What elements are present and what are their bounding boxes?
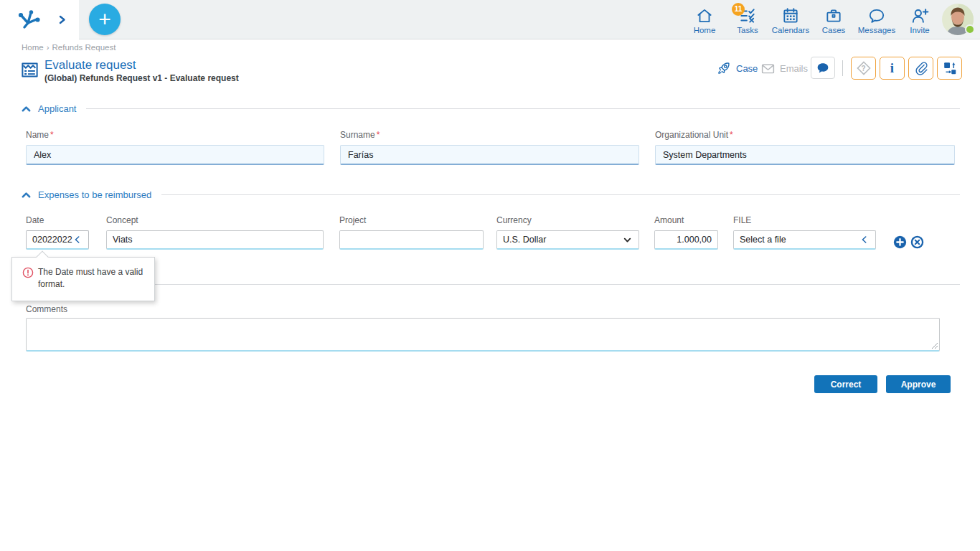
case-tab-label: Case: [736, 63, 758, 74]
applicant-section-title: Applicant: [38, 103, 76, 114]
add-row-icon[interactable]: [893, 235, 907, 249]
date-input[interactable]: 02022022: [26, 230, 89, 250]
nav-calendars[interactable]: Calendars: [769, 3, 812, 39]
home-icon: [695, 6, 714, 25]
nav-calendars-label: Calendars: [772, 26, 809, 34]
bizagi-logo-icon[interactable]: [16, 8, 43, 34]
chat-bubble-icon: [815, 60, 831, 76]
expenses-collapse-icon[interactable]: [20, 189, 32, 201]
calendar-icon: [781, 6, 800, 25]
project-label: Project: [339, 215, 484, 225]
section-divider: [161, 194, 960, 195]
user-avatar[interactable]: [941, 3, 974, 36]
project-field-group: Project: [339, 215, 484, 250]
concept-input-box: [106, 230, 324, 250]
tasks-count-badge: 11: [732, 3, 745, 16]
breadcrumb-home[interactable]: Home: [22, 43, 44, 52]
comments-button[interactable]: [811, 57, 835, 79]
process-map-button[interactable]: [937, 57, 962, 80]
expenses-bottom-divider: [26, 284, 960, 285]
correct-button[interactable]: Correct: [814, 375, 877, 393]
org-unit-input[interactable]: [655, 145, 955, 165]
concept-field-group: Concept: [106, 215, 324, 250]
project-input-box: [339, 230, 484, 250]
info-button[interactable]: i: [880, 57, 905, 80]
amount-field-group: Amount: [654, 215, 718, 250]
date-picker-toggle-icon[interactable]: [72, 235, 83, 245]
error-icon: [22, 267, 34, 278]
emails-tab[interactable]: Emails: [760, 57, 808, 80]
paperclip-icon: [913, 60, 929, 76]
org-unit-label: Organizational Unit: [655, 130, 728, 140]
chevron-down-icon: [622, 235, 633, 245]
file-label: FILE: [733, 215, 876, 225]
amount-label: Amount: [654, 215, 718, 225]
case-tab[interactable]: Case: [716, 57, 758, 80]
briefcase-icon: [824, 6, 843, 25]
cancel-row-icon[interactable]: [910, 235, 924, 249]
currency-field-group: Currency U.S. Dollar: [496, 215, 639, 250]
concept-input[interactable]: [113, 235, 317, 245]
date-label: Date: [26, 215, 89, 225]
logo-area: [0, 0, 79, 39]
surname-label: Surname: [340, 130, 375, 140]
applicant-section-header: Applicant: [20, 103, 960, 114]
comments-textarea[interactable]: [26, 318, 940, 352]
file-field-group: FILE Select a file: [733, 215, 876, 250]
breadcrumb: Home›Refunds Request: [22, 43, 116, 52]
comments-label: Comments: [26, 304, 67, 314]
nav-messages[interactable]: Messages: [855, 3, 898, 39]
required-marker: *: [377, 130, 380, 140]
file-select-input[interactable]: Select a file: [733, 230, 876, 250]
date-field-group: Date 02022022: [26, 215, 89, 250]
section-divider: [86, 108, 960, 109]
nav-invite-label: Invite: [910, 26, 930, 34]
online-status-dot: [965, 24, 975, 34]
topbar: + Home 11: [0, 0, 980, 39]
work-portal-page: + Home 11: [0, 0, 980, 551]
nav-cases[interactable]: Cases: [812, 3, 855, 39]
attachments-button[interactable]: [908, 57, 933, 80]
expenses-section-header: Expenses to be reimbursed: [20, 189, 960, 200]
applicant-collapse-icon[interactable]: [20, 103, 32, 115]
nav-home-label: Home: [694, 26, 716, 34]
org-unit-field-group: Organizational Unit*: [655, 128, 955, 165]
nav-cases-label: Cases: [822, 26, 846, 34]
name-input[interactable]: [26, 145, 324, 165]
new-case-button[interactable]: +: [89, 4, 121, 35]
emails-tab-label: Emails: [780, 63, 808, 74]
nav-tasks-label: Tasks: [737, 26, 758, 34]
amount-input[interactable]: [661, 235, 712, 245]
date-validation-tooltip: The Date must have a valid format.: [11, 257, 155, 301]
header-toolbar: Case Emails ? i: [0, 57, 980, 81]
resize-handle-icon[interactable]: [930, 341, 938, 349]
nav-tasks[interactable]: 11 Tasks: [726, 3, 769, 39]
help-button[interactable]: ?: [851, 57, 876, 80]
file-collapse-icon[interactable]: [859, 235, 870, 245]
name-field-group: Name*: [26, 128, 324, 165]
nav-home[interactable]: Home: [683, 3, 726, 39]
project-input[interactable]: [346, 235, 477, 245]
error-message: The Date must have a valid format.: [38, 266, 146, 291]
amount-input-box: [654, 230, 718, 250]
top-navigation: Home 11 Tasks: [683, 3, 941, 39]
expenses-section-title: Expenses to be reimbursed: [38, 189, 151, 200]
nav-invite[interactable]: Invite: [898, 3, 941, 39]
required-marker: *: [50, 130, 54, 140]
approve-button[interactable]: Approve: [886, 375, 951, 393]
surname-input[interactable]: [340, 145, 639, 165]
invite-person-icon: [910, 6, 929, 25]
rocket-icon: [716, 60, 732, 76]
applicant-fields: Name* Surname* Organizational Unit*: [26, 128, 955, 165]
breadcrumb-current: Refunds Request: [52, 43, 116, 52]
currency-select[interactable]: U.S. Dollar: [496, 230, 639, 250]
required-marker: *: [730, 130, 733, 140]
process-diagram-icon: [942, 60, 958, 76]
expense-row-actions: [893, 235, 924, 249]
expand-menu-icon[interactable]: [56, 14, 68, 29]
concept-label: Concept: [106, 215, 324, 225]
expense-row: Date 02022022 Concept Project Currency U: [26, 215, 958, 255]
message-icon: [867, 6, 886, 25]
name-label: Name: [26, 130, 49, 140]
toolbar-divider: [842, 60, 843, 76]
